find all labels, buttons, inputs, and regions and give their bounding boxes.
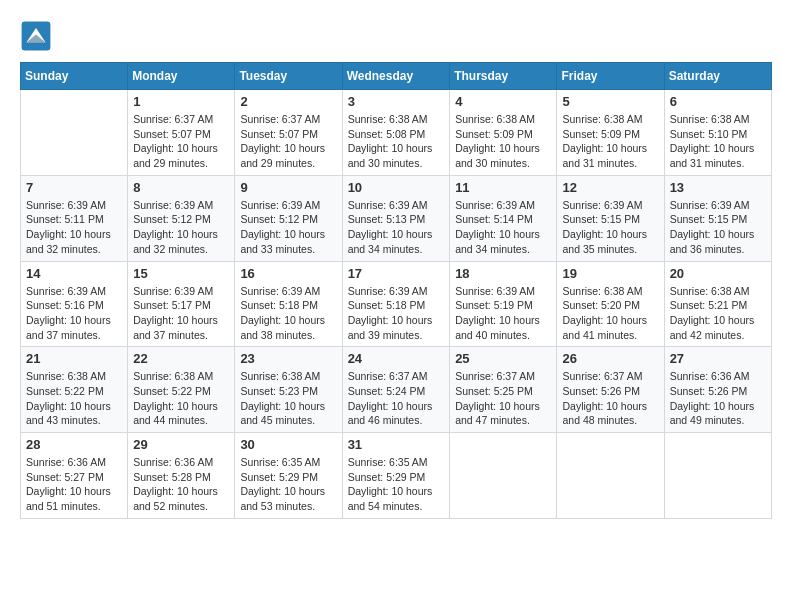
calendar-cell: 14Sunrise: 6:39 AM Sunset: 5:16 PM Dayli… (21, 261, 128, 347)
cell-info: Sunrise: 6:37 AM Sunset: 5:07 PM Dayligh… (133, 112, 229, 171)
weekday-header-monday: Monday (128, 63, 235, 90)
cell-info: Sunrise: 6:38 AM Sunset: 5:21 PM Dayligh… (670, 284, 766, 343)
calendar-week-row: 1Sunrise: 6:37 AM Sunset: 5:07 PM Daylig… (21, 90, 772, 176)
calendar-cell: 12Sunrise: 6:39 AM Sunset: 5:15 PM Dayli… (557, 175, 664, 261)
day-number: 3 (348, 94, 445, 109)
day-number: 21 (26, 351, 122, 366)
day-number: 31 (348, 437, 445, 452)
day-number: 20 (670, 266, 766, 281)
cell-info: Sunrise: 6:39 AM Sunset: 5:11 PM Dayligh… (26, 198, 122, 257)
calendar-cell: 2Sunrise: 6:37 AM Sunset: 5:07 PM Daylig… (235, 90, 342, 176)
calendar-cell: 24Sunrise: 6:37 AM Sunset: 5:24 PM Dayli… (342, 347, 450, 433)
day-number: 17 (348, 266, 445, 281)
calendar-cell: 8Sunrise: 6:39 AM Sunset: 5:12 PM Daylig… (128, 175, 235, 261)
cell-info: Sunrise: 6:38 AM Sunset: 5:10 PM Dayligh… (670, 112, 766, 171)
cell-info: Sunrise: 6:38 AM Sunset: 5:23 PM Dayligh… (240, 369, 336, 428)
calendar-table: SundayMondayTuesdayWednesdayThursdayFrid… (20, 62, 772, 519)
cell-info: Sunrise: 6:39 AM Sunset: 5:14 PM Dayligh… (455, 198, 551, 257)
cell-info: Sunrise: 6:39 AM Sunset: 5:12 PM Dayligh… (240, 198, 336, 257)
cell-info: Sunrise: 6:39 AM Sunset: 5:17 PM Dayligh… (133, 284, 229, 343)
day-number: 25 (455, 351, 551, 366)
day-number: 5 (562, 94, 658, 109)
day-number: 13 (670, 180, 766, 195)
cell-info: Sunrise: 6:39 AM Sunset: 5:18 PM Dayligh… (240, 284, 336, 343)
cell-info: Sunrise: 6:38 AM Sunset: 5:22 PM Dayligh… (133, 369, 229, 428)
day-number: 12 (562, 180, 658, 195)
calendar-cell: 9Sunrise: 6:39 AM Sunset: 5:12 PM Daylig… (235, 175, 342, 261)
cell-info: Sunrise: 6:38 AM Sunset: 5:22 PM Dayligh… (26, 369, 122, 428)
cell-info: Sunrise: 6:36 AM Sunset: 5:26 PM Dayligh… (670, 369, 766, 428)
calendar-cell: 18Sunrise: 6:39 AM Sunset: 5:19 PM Dayli… (450, 261, 557, 347)
calendar-cell (557, 433, 664, 519)
day-number: 1 (133, 94, 229, 109)
day-number: 10 (348, 180, 445, 195)
day-number: 29 (133, 437, 229, 452)
cell-info: Sunrise: 6:39 AM Sunset: 5:12 PM Dayligh… (133, 198, 229, 257)
day-number: 16 (240, 266, 336, 281)
cell-info: Sunrise: 6:38 AM Sunset: 5:20 PM Dayligh… (562, 284, 658, 343)
logo-icon (20, 20, 52, 52)
calendar-cell: 4Sunrise: 6:38 AM Sunset: 5:09 PM Daylig… (450, 90, 557, 176)
logo (20, 20, 56, 52)
day-number: 24 (348, 351, 445, 366)
calendar-cell: 5Sunrise: 6:38 AM Sunset: 5:09 PM Daylig… (557, 90, 664, 176)
day-number: 26 (562, 351, 658, 366)
calendar-cell: 26Sunrise: 6:37 AM Sunset: 5:26 PM Dayli… (557, 347, 664, 433)
cell-info: Sunrise: 6:35 AM Sunset: 5:29 PM Dayligh… (240, 455, 336, 514)
calendar-cell: 10Sunrise: 6:39 AM Sunset: 5:13 PM Dayli… (342, 175, 450, 261)
day-number: 9 (240, 180, 336, 195)
cell-info: Sunrise: 6:39 AM Sunset: 5:19 PM Dayligh… (455, 284, 551, 343)
cell-info: Sunrise: 6:35 AM Sunset: 5:29 PM Dayligh… (348, 455, 445, 514)
cell-info: Sunrise: 6:37 AM Sunset: 5:07 PM Dayligh… (240, 112, 336, 171)
calendar-cell: 19Sunrise: 6:38 AM Sunset: 5:20 PM Dayli… (557, 261, 664, 347)
day-number: 23 (240, 351, 336, 366)
weekday-header-tuesday: Tuesday (235, 63, 342, 90)
weekday-header-saturday: Saturday (664, 63, 771, 90)
calendar-cell: 23Sunrise: 6:38 AM Sunset: 5:23 PM Dayli… (235, 347, 342, 433)
calendar-cell: 20Sunrise: 6:38 AM Sunset: 5:21 PM Dayli… (664, 261, 771, 347)
calendar-cell: 7Sunrise: 6:39 AM Sunset: 5:11 PM Daylig… (21, 175, 128, 261)
calendar-cell: 1Sunrise: 6:37 AM Sunset: 5:07 PM Daylig… (128, 90, 235, 176)
cell-info: Sunrise: 6:39 AM Sunset: 5:15 PM Dayligh… (670, 198, 766, 257)
calendar-cell: 6Sunrise: 6:38 AM Sunset: 5:10 PM Daylig… (664, 90, 771, 176)
calendar-cell (21, 90, 128, 176)
weekday-header-sunday: Sunday (21, 63, 128, 90)
page-header (20, 20, 772, 52)
calendar-cell: 29Sunrise: 6:36 AM Sunset: 5:28 PM Dayli… (128, 433, 235, 519)
calendar-week-row: 14Sunrise: 6:39 AM Sunset: 5:16 PM Dayli… (21, 261, 772, 347)
cell-info: Sunrise: 6:36 AM Sunset: 5:27 PM Dayligh… (26, 455, 122, 514)
day-number: 27 (670, 351, 766, 366)
calendar-week-row: 28Sunrise: 6:36 AM Sunset: 5:27 PM Dayli… (21, 433, 772, 519)
calendar-cell: 31Sunrise: 6:35 AM Sunset: 5:29 PM Dayli… (342, 433, 450, 519)
day-number: 8 (133, 180, 229, 195)
weekday-header-wednesday: Wednesday (342, 63, 450, 90)
calendar-cell: 28Sunrise: 6:36 AM Sunset: 5:27 PM Dayli… (21, 433, 128, 519)
calendar-cell: 15Sunrise: 6:39 AM Sunset: 5:17 PM Dayli… (128, 261, 235, 347)
cell-info: Sunrise: 6:39 AM Sunset: 5:15 PM Dayligh… (562, 198, 658, 257)
calendar-cell (664, 433, 771, 519)
cell-info: Sunrise: 6:37 AM Sunset: 5:26 PM Dayligh… (562, 369, 658, 428)
calendar-cell: 11Sunrise: 6:39 AM Sunset: 5:14 PM Dayli… (450, 175, 557, 261)
day-number: 2 (240, 94, 336, 109)
weekday-header-row: SundayMondayTuesdayWednesdayThursdayFrid… (21, 63, 772, 90)
calendar-cell: 27Sunrise: 6:36 AM Sunset: 5:26 PM Dayli… (664, 347, 771, 433)
day-number: 22 (133, 351, 229, 366)
day-number: 7 (26, 180, 122, 195)
cell-info: Sunrise: 6:37 AM Sunset: 5:24 PM Dayligh… (348, 369, 445, 428)
cell-info: Sunrise: 6:36 AM Sunset: 5:28 PM Dayligh… (133, 455, 229, 514)
cell-info: Sunrise: 6:39 AM Sunset: 5:18 PM Dayligh… (348, 284, 445, 343)
cell-info: Sunrise: 6:38 AM Sunset: 5:09 PM Dayligh… (455, 112, 551, 171)
cell-info: Sunrise: 6:38 AM Sunset: 5:09 PM Dayligh… (562, 112, 658, 171)
day-number: 6 (670, 94, 766, 109)
day-number: 14 (26, 266, 122, 281)
cell-info: Sunrise: 6:39 AM Sunset: 5:13 PM Dayligh… (348, 198, 445, 257)
calendar-week-row: 7Sunrise: 6:39 AM Sunset: 5:11 PM Daylig… (21, 175, 772, 261)
calendar-cell: 21Sunrise: 6:38 AM Sunset: 5:22 PM Dayli… (21, 347, 128, 433)
cell-info: Sunrise: 6:37 AM Sunset: 5:25 PM Dayligh… (455, 369, 551, 428)
calendar-cell: 25Sunrise: 6:37 AM Sunset: 5:25 PM Dayli… (450, 347, 557, 433)
calendar-cell: 30Sunrise: 6:35 AM Sunset: 5:29 PM Dayli… (235, 433, 342, 519)
calendar-cell: 16Sunrise: 6:39 AM Sunset: 5:18 PM Dayli… (235, 261, 342, 347)
day-number: 30 (240, 437, 336, 452)
day-number: 11 (455, 180, 551, 195)
day-number: 18 (455, 266, 551, 281)
